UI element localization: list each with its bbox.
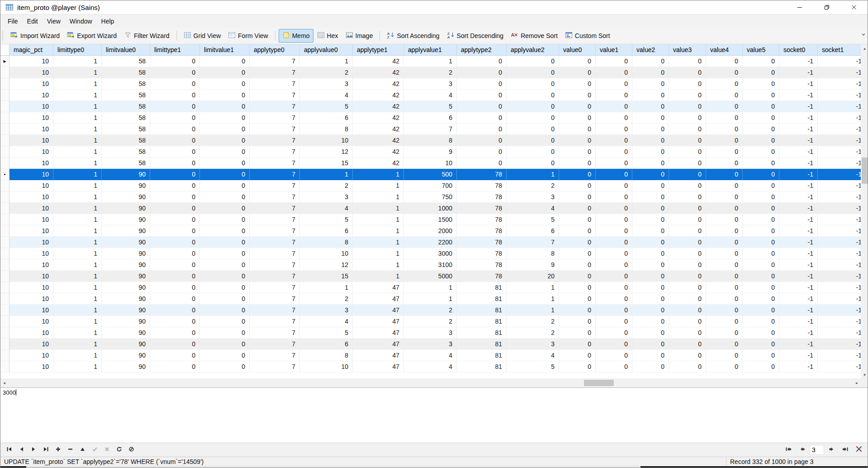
table-cell[interactable]: 0 bbox=[706, 214, 743, 225]
table-cell[interactable]: 1 bbox=[53, 225, 102, 237]
table-cell[interactable]: 0 bbox=[669, 316, 706, 327]
table-cell[interactable]: 15 bbox=[300, 158, 353, 169]
table-cell[interactable]: -1 bbox=[818, 203, 861, 214]
row-selector-gutter[interactable] bbox=[0, 90, 9, 101]
table-cell[interactable]: 1 bbox=[53, 135, 102, 146]
table-cell[interactable]: 1 bbox=[53, 56, 102, 67]
table-cell[interactable]: 90 bbox=[102, 327, 150, 339]
table-cell[interactable]: 9 bbox=[507, 259, 559, 271]
table-cell[interactable]: 0 bbox=[150, 350, 200, 361]
table-cell[interactable]: -1 bbox=[818, 327, 861, 339]
table-cell[interactable]: 0 bbox=[743, 259, 779, 271]
filter-wizard-button[interactable]: Filter Wizard bbox=[120, 29, 173, 43]
table-cell[interactable]: 81 bbox=[457, 350, 507, 361]
table-cell[interactable]: -1 bbox=[779, 169, 818, 180]
table-cell[interactable]: 7 bbox=[250, 135, 300, 146]
table-cell[interactable]: 90 bbox=[102, 282, 150, 293]
table-cell[interactable]: 12 bbox=[300, 146, 353, 158]
table-cell[interactable]: 0 bbox=[150, 305, 200, 316]
table-cell[interactable]: 0 bbox=[559, 158, 596, 169]
table-cell[interactable]: 7 bbox=[250, 350, 300, 361]
table-cell[interactable]: 2 bbox=[300, 180, 353, 191]
table-cell[interactable]: 0 bbox=[559, 124, 596, 135]
table-cell[interactable]: 0 bbox=[632, 305, 669, 316]
table-cell[interactable]: 90 bbox=[102, 203, 150, 214]
table-cell[interactable]: 0 bbox=[150, 225, 200, 237]
table-cell[interactable]: 12 bbox=[300, 259, 353, 271]
table-cell[interactable]: 1 bbox=[53, 316, 102, 327]
table-cell[interactable]: 0 bbox=[669, 146, 706, 158]
table-cell[interactable]: 1 bbox=[53, 327, 102, 339]
table-cell[interactable]: 7 bbox=[250, 316, 300, 327]
table-cell[interactable]: -1 bbox=[779, 361, 818, 372]
table-cell[interactable]: 0 bbox=[200, 90, 250, 101]
table-cell[interactable]: 0 bbox=[596, 214, 632, 225]
table-cell[interactable]: 1 bbox=[353, 237, 404, 248]
table-cell[interactable]: 0 bbox=[150, 293, 200, 305]
table-cell[interactable]: 7 bbox=[250, 339, 300, 350]
table-cell[interactable]: 8 bbox=[404, 135, 457, 146]
row-selector-gutter[interactable]: • bbox=[0, 169, 9, 180]
table-cell[interactable]: 42 bbox=[353, 78, 404, 90]
row-selector-gutter[interactable] bbox=[0, 327, 9, 339]
table-cell[interactable]: 1 bbox=[53, 305, 102, 316]
grid-view-button[interactable]: Grid View bbox=[180, 29, 224, 43]
table-cell[interactable]: -1 bbox=[818, 259, 861, 271]
row-selector-gutter[interactable] bbox=[0, 78, 9, 90]
table-cell[interactable]: 10 bbox=[9, 135, 53, 146]
table-cell[interactable]: 0 bbox=[669, 158, 706, 169]
table-cell[interactable]: -1 bbox=[818, 316, 861, 327]
table-cell[interactable]: 78 bbox=[457, 225, 507, 237]
table-cell[interactable]: 0 bbox=[706, 56, 743, 67]
table-cell[interactable]: -1 bbox=[818, 361, 861, 372]
table-cell[interactable]: -1 bbox=[779, 327, 818, 339]
table-cell[interactable]: 0 bbox=[669, 180, 706, 191]
table-cell[interactable]: 90 bbox=[102, 180, 150, 191]
table-cell[interactable]: 0 bbox=[200, 225, 250, 237]
table-cell[interactable]: 0 bbox=[150, 248, 200, 259]
table-cell[interactable]: 0 bbox=[559, 237, 596, 248]
table-cell[interactable]: 0 bbox=[632, 56, 669, 67]
next-record-button[interactable] bbox=[28, 444, 40, 456]
table-cell[interactable]: 10 bbox=[9, 361, 53, 372]
table-cell[interactable]: 7 bbox=[250, 203, 300, 214]
table-cell[interactable]: 0 bbox=[559, 259, 596, 271]
table-cell[interactable]: 47 bbox=[353, 350, 404, 361]
table-cell[interactable]: 0 bbox=[706, 90, 743, 101]
table-cell[interactable]: 42 bbox=[353, 146, 404, 158]
table-cell[interactable]: 0 bbox=[743, 56, 779, 67]
table-cell[interactable]: 1 bbox=[404, 293, 457, 305]
table-cell[interactable]: 0 bbox=[150, 361, 200, 372]
table-cell[interactable]: 0 bbox=[743, 271, 779, 282]
table-cell[interactable]: 0 bbox=[200, 180, 250, 191]
last-record-button[interactable] bbox=[40, 444, 52, 456]
table-cell[interactable]: 0 bbox=[200, 237, 250, 248]
table-cell[interactable]: -1 bbox=[779, 67, 818, 78]
table-cell[interactable]: 1 bbox=[53, 248, 102, 259]
table-cell[interactable]: 0 bbox=[150, 124, 200, 135]
table-cell[interactable]: 7 bbox=[250, 259, 300, 271]
table-cell[interactable]: 0 bbox=[706, 225, 743, 237]
table-cell[interactable]: -1 bbox=[818, 191, 861, 203]
table-cell[interactable]: -1 bbox=[818, 305, 861, 316]
table-cell[interactable]: 90 bbox=[102, 339, 150, 350]
scroll-up-icon[interactable]: ▴ bbox=[861, 44, 868, 52]
table-cell[interactable]: 0 bbox=[596, 169, 632, 180]
table-cell[interactable]: 0 bbox=[596, 101, 632, 112]
table-cell[interactable]: 1 bbox=[300, 282, 353, 293]
table-cell[interactable]: 0 bbox=[457, 101, 507, 112]
table-cell[interactable]: 0 bbox=[507, 67, 559, 78]
table-cell[interactable]: 1 bbox=[353, 271, 404, 282]
table-cell[interactable]: 3 bbox=[404, 339, 457, 350]
table-cell[interactable]: 0 bbox=[669, 191, 706, 203]
row-selector-gutter[interactable] bbox=[0, 146, 9, 158]
table-cell[interactable]: 1 bbox=[353, 248, 404, 259]
table-cell[interactable]: -1 bbox=[818, 214, 861, 225]
table-cell[interactable]: 7 bbox=[250, 56, 300, 67]
last-page-button[interactable] bbox=[839, 444, 851, 456]
table-cell[interactable]: 7 bbox=[404, 124, 457, 135]
table-cell[interactable]: 0 bbox=[669, 56, 706, 67]
remove-sort-button[interactable]: ARemove Sort bbox=[507, 29, 561, 43]
table-cell[interactable]: 2 bbox=[404, 316, 457, 327]
table-cell[interactable]: 0 bbox=[706, 78, 743, 90]
